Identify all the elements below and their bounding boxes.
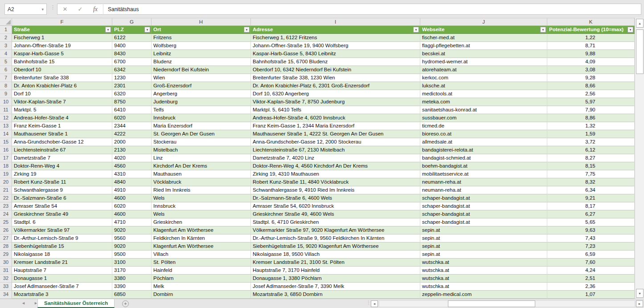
cell-J30[interactable]: wutschka.at [420, 259, 547, 267]
cell-H31[interactable]: Hainfeld [152, 267, 251, 275]
cell-K13[interactable]: 1,32 [547, 122, 635, 130]
cell-G5[interactable]: 6700 [112, 58, 152, 66]
cell-K27[interactable]: 7,43 [547, 234, 635, 242]
sheet-nav-left-icon[interactable]: ◄ [21, 301, 25, 305]
cell-I20[interactable]: Robert Kunz-Straße 11, 4840 Vöcklabruck [251, 178, 420, 186]
cell-F9[interactable]: Dorf 10 [12, 90, 112, 98]
cell-G24[interactable]: 4600 [112, 210, 152, 218]
cell-G16[interactable]: 2130 [112, 146, 152, 154]
cell-F25[interactable]: Stadtpl. 6 [12, 218, 112, 226]
scroll-down-icon[interactable]: ▼ [636, 289, 644, 298]
cell-I12[interactable]: Andreas-Hofer-Straße 4, 6020 Innsbruck [251, 114, 420, 122]
cell-G12[interactable]: 6020 [112, 114, 152, 122]
column-header-I[interactable]: I [251, 18, 420, 25]
cell-I7[interactable]: Breitenfurter Straße 338, 1230 Wien [251, 74, 420, 82]
cell-F11[interactable]: Marktpl. 5 [12, 106, 112, 114]
cell-K14[interactable]: 1,59 [547, 130, 635, 138]
cell-K10[interactable]: 5,97 [547, 98, 635, 106]
filter-dropdown-icon[interactable]: ▼ [144, 27, 150, 33]
table-header-cell-F[interactable]: Straße▼ [12, 26, 112, 34]
cell-F33[interactable]: Josef Adlmanseder-Straße 7 [12, 283, 112, 291]
cell-K3[interactable]: 8,71 [547, 42, 635, 50]
cell-J25[interactable]: schaper-bandagist.at [420, 218, 547, 226]
cell-G23[interactable]: 6020 [112, 202, 152, 210]
cell-H25[interactable]: Grieskirchen [152, 218, 251, 226]
cell-K26[interactable]: 9,63 [547, 226, 635, 234]
filter-dropdown-icon[interactable]: ▼ [413, 27, 419, 33]
row-header-30[interactable]: 30 [0, 259, 12, 267]
row-header-16[interactable]: 16 [0, 146, 12, 154]
cell-H9[interactable]: Angerberg [152, 90, 251, 98]
row-header-14[interactable]: 14 [0, 130, 12, 138]
cell-I22[interactable]: Dr.-Salzmann-Straße 6, 4600 Wels [251, 194, 420, 202]
row-header-1[interactable]: 1 [0, 26, 12, 34]
cell-J12[interactable]: sussbauer.com [420, 114, 547, 122]
cell-G4[interactable]: 8430 [112, 50, 152, 58]
column-header-J[interactable]: J [420, 18, 547, 25]
cell-K19[interactable]: 7,75 [547, 170, 635, 178]
row-header-6[interactable]: 6 [0, 66, 12, 74]
cell-H12[interactable]: Innsbruck [152, 114, 251, 122]
cell-G14[interactable]: 4222 [112, 130, 152, 138]
row-header-13[interactable]: 13 [0, 122, 12, 130]
cell-J24[interactable]: schaper-bandagist.at [420, 210, 547, 218]
cell-I18[interactable]: Doktor-Renn-Weg 4, 4560 Kirchdorf An Der… [251, 162, 420, 170]
cell-K31[interactable]: 4,24 [547, 267, 635, 275]
cell-F31[interactable]: Hauptstraße 7 [12, 267, 112, 275]
scroll-up-icon[interactable]: ▲ [636, 19, 644, 28]
cell-K21[interactable]: 6,34 [547, 186, 635, 194]
cell-K16[interactable]: 6,12 [547, 146, 635, 154]
cell-I17[interactable]: Dametzstraße 7, 4020 Linz [251, 154, 420, 162]
table-header-cell-J[interactable]: Webseite▼ [420, 26, 547, 34]
row-header-8[interactable]: 8 [0, 82, 12, 90]
cell-K30[interactable]: 7,60 [547, 259, 635, 267]
cell-H34[interactable]: Dornbirn [152, 291, 251, 299]
add-sheet-icon[interactable]: + [122, 300, 129, 307]
cell-G28[interactable]: 9020 [112, 242, 152, 251]
cell-K8[interactable]: 8,66 [547, 82, 635, 90]
cell-F7[interactable]: Breitenfurter Straße 338 [12, 74, 112, 82]
cancel-icon[interactable]: ✕ [57, 6, 73, 12]
cell-I6[interactable]: Oberdorf 10, 6342 Niederndorf Bei Kufste… [251, 66, 420, 74]
cell-J28[interactable]: sepin.at [420, 242, 547, 251]
cell-J3[interactable]: flaggl-pflegebetten.at [420, 42, 547, 50]
cell-J4[interactable]: becskei.at [420, 50, 547, 58]
cell-F23[interactable]: Amraser Straße 54 [12, 202, 112, 210]
table-header-cell-G[interactable]: PLZ▼ [112, 26, 152, 34]
cell-K28[interactable]: 7,23 [547, 242, 635, 251]
row-header-3[interactable]: 3 [0, 42, 12, 50]
cell-F17[interactable]: Dametzstraße 7 [12, 154, 112, 162]
row-header-28[interactable]: 28 [0, 242, 12, 251]
row-header-17[interactable]: 17 [0, 154, 12, 162]
cell-I10[interactable]: Viktor-Kaplan-Straße 7, 8750 Judenburg [251, 98, 420, 106]
cell-I24[interactable]: Grieskirchner Straße 49, 4600 Wels [251, 210, 420, 218]
cell-H8[interactable]: Groß-Enzersdorf [152, 82, 251, 90]
cell-G8[interactable]: 2301 [112, 82, 152, 90]
cell-F13[interactable]: Franz Keim-Gasse 1 [12, 122, 112, 130]
scroll-right-icon[interactable]: ► [636, 300, 643, 307]
row-header-9[interactable]: 9 [0, 90, 12, 98]
cell-I27[interactable]: Dr.-Arthur-Lemisch-Straße 9, 9560 Feldki… [251, 234, 420, 242]
cell-I9[interactable]: Dorf 10, 6320 Angerberg [251, 90, 420, 98]
cell-J29[interactable]: sepin.at [420, 251, 547, 259]
cell-K7[interactable]: 9,28 [547, 74, 635, 82]
cell-G13[interactable]: 2344 [112, 122, 152, 130]
cell-K11[interactable]: 7,90 [547, 106, 635, 114]
cell-J5[interactable]: hydromed-werner.at [420, 58, 547, 66]
cell-G18[interactable]: 4560 [112, 162, 152, 170]
cell-F26[interactable]: Völkermarkter Straße 97 [12, 226, 112, 234]
cell-J15[interactable]: allmedsale.at [420, 138, 547, 146]
cell-K25[interactable]: 5,65 [547, 218, 635, 226]
row-header-15[interactable]: 15 [0, 138, 12, 146]
cell-H10[interactable]: Judenburg [152, 98, 251, 106]
table-header-cell-H[interactable]: Ort▼ [152, 26, 251, 34]
cell-J14[interactable]: bioreso.co.at [420, 130, 547, 138]
cell-I8[interactable]: Dr. Anton Krabichler-Platz 6, 2301 Groß-… [251, 82, 420, 90]
cell-K29[interactable]: 6,59 [547, 251, 635, 259]
vertical-scrollbar[interactable]: ▲ ▼ [635, 18, 644, 299]
cell-J33[interactable]: wutschka.at [420, 283, 547, 291]
cell-G22[interactable]: 4600 [112, 194, 152, 202]
cell-J11[interactable]: sanitaetshaus-konrad.at [420, 106, 547, 114]
cell-F30[interactable]: Kremser Landstraße 21 [12, 259, 112, 267]
row-header-7[interactable]: 7 [0, 74, 12, 82]
